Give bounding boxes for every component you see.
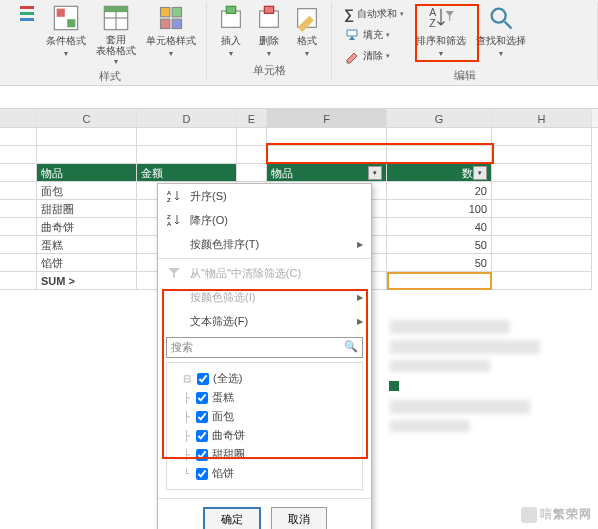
cell-sum[interactable]: SUM > bbox=[37, 272, 137, 290]
sort-desc-item[interactable]: ZA降序(O) bbox=[158, 208, 371, 232]
svg-text:A: A bbox=[167, 190, 171, 196]
col-F[interactable]: F bbox=[267, 109, 387, 127]
blurred-region bbox=[389, 381, 399, 391]
chevron-down-icon: ▼ bbox=[498, 50, 505, 57]
chevron-down-icon: ▾ bbox=[386, 31, 390, 39]
chevron-right-icon: ▶ bbox=[357, 293, 363, 302]
clear-button[interactable]: 清除▾ bbox=[340, 46, 408, 66]
clear-icon bbox=[344, 48, 360, 64]
cell[interactable]: 50 bbox=[387, 236, 492, 254]
cell[interactable]: 50 bbox=[387, 254, 492, 272]
label: 清除 bbox=[363, 49, 383, 63]
chevron-down-icon: ▾ bbox=[400, 10, 404, 18]
delete-icon bbox=[255, 4, 283, 32]
cell[interactable]: 40 bbox=[387, 218, 492, 236]
fill-button[interactable]: 填充▾ bbox=[340, 25, 408, 45]
filter-search-input[interactable]: 搜索🔍 bbox=[166, 337, 363, 358]
watermark: 唁繁荣网 bbox=[521, 506, 592, 523]
col-G[interactable]: G bbox=[387, 109, 492, 127]
chevron-down-icon: ▼ bbox=[113, 58, 120, 65]
label: 填充 bbox=[363, 28, 383, 42]
filter-dropdown-icon[interactable]: ▾ bbox=[473, 166, 487, 180]
col-E[interactable]: E bbox=[237, 109, 267, 127]
svg-rect-3 bbox=[67, 19, 75, 27]
cell-selected[interactable] bbox=[387, 272, 492, 290]
blurred-region bbox=[390, 400, 530, 414]
chevron-right-icon: ▶ bbox=[357, 317, 363, 326]
filter-checklist: ⊟(全选) ├蛋糕 ├面包 ├曲奇饼 ├甜甜圈 └馅饼 bbox=[166, 362, 363, 490]
autosum-button[interactable]: ∑自动求和▾ bbox=[340, 4, 408, 24]
svg-text:A: A bbox=[429, 6, 436, 18]
col-D[interactable]: D bbox=[137, 109, 237, 127]
header-item2[interactable]: 物品▾ bbox=[267, 164, 387, 182]
header-qty[interactable]: 数▾ bbox=[387, 164, 492, 182]
color-filter-item: 按颜色筛选(I)▶ bbox=[158, 285, 371, 309]
svg-rect-13 bbox=[226, 6, 235, 13]
find-select-button[interactable]: 查找和选择 ▼ bbox=[472, 2, 530, 59]
cell[interactable]: 面包 bbox=[37, 182, 137, 200]
sort-filter-button[interactable]: AZ 排序和筛选 ▼ bbox=[412, 2, 470, 59]
check-item[interactable]: ├蛋糕 bbox=[173, 388, 356, 407]
sort-asc-icon: AZ bbox=[166, 188, 182, 204]
col-C[interactable]: C bbox=[37, 109, 137, 127]
cell[interactable]: 馅饼 bbox=[37, 254, 137, 272]
cell[interactable]: 甜甜圈 bbox=[37, 200, 137, 218]
blurred-region bbox=[390, 320, 510, 334]
insert-button[interactable]: 插入 ▼ bbox=[213, 2, 249, 59]
label: 插入 bbox=[221, 34, 241, 48]
chevron-right-icon: ▶ bbox=[357, 240, 363, 249]
ribbon: 条件格式 ▼ 套用表格格式 ▼ 单元格样式 ▼ 样式 插入 ▼ bbox=[0, 0, 598, 86]
label: 查找和选择 bbox=[476, 34, 526, 48]
delete-button[interactable]: 删除 ▼ bbox=[251, 2, 287, 59]
sort-desc-icon: ZA bbox=[166, 212, 182, 228]
header-amount[interactable]: 金额 bbox=[137, 164, 237, 182]
cell[interactable]: 20 bbox=[387, 182, 492, 200]
chevron-down-icon: ▼ bbox=[228, 50, 235, 57]
label: 排序和筛选 bbox=[416, 34, 466, 48]
label: 单元格样式 bbox=[146, 34, 196, 48]
chevron-down-icon: ▼ bbox=[266, 50, 273, 57]
label: 自动求和 bbox=[357, 7, 397, 21]
cell[interactable]: 100 bbox=[387, 200, 492, 218]
check-item[interactable]: ├曲奇饼 bbox=[173, 426, 356, 445]
sort-asc-item[interactable]: AZ升序(S) bbox=[158, 184, 371, 208]
cell[interactable]: 曲奇饼 bbox=[37, 218, 137, 236]
svg-text:Z: Z bbox=[429, 17, 436, 29]
cell[interactable]: 蛋糕 bbox=[37, 236, 137, 254]
svg-rect-11 bbox=[172, 19, 181, 28]
check-item[interactable]: ├甜甜圈 bbox=[173, 445, 356, 464]
svg-point-19 bbox=[492, 9, 506, 23]
sort-color-item[interactable]: 按颜色排序(T)▶ bbox=[158, 232, 371, 256]
filter-dropdown-icon[interactable]: ▾ bbox=[368, 166, 382, 180]
group-label: 编辑 bbox=[454, 66, 476, 85]
check-item[interactable]: ├面包 bbox=[173, 407, 356, 426]
sort-filter-icon: AZ bbox=[427, 4, 455, 32]
cell-style-icon bbox=[157, 4, 185, 32]
filter-menu: AZ升序(S) ZA降序(O) 按颜色排序(T)▶ 从"物品"中清除筛选(C) … bbox=[157, 183, 372, 529]
table-format-button[interactable]: 套用表格格式 ▼ bbox=[92, 2, 140, 67]
text-filter-item[interactable]: 文本筛选(F)▶ bbox=[158, 309, 371, 333]
chevron-down-icon: ▼ bbox=[304, 50, 311, 57]
label: 套用表格格式 bbox=[96, 34, 136, 56]
check-item[interactable]: └馅饼 bbox=[173, 464, 356, 483]
header-item[interactable]: 物品 bbox=[37, 164, 137, 182]
format-button[interactable]: 格式 ▼ bbox=[289, 2, 325, 59]
check-all[interactable]: ⊟(全选) bbox=[173, 369, 356, 388]
conditional-format-button[interactable]: 条件格式 ▼ bbox=[42, 2, 90, 59]
fill-icon bbox=[344, 27, 360, 43]
clear-filter-item: 从"物品"中清除筛选(C) bbox=[158, 261, 371, 285]
svg-text:Z: Z bbox=[167, 197, 171, 203]
ok-button[interactable]: 确定 bbox=[203, 507, 261, 529]
svg-rect-10 bbox=[161, 19, 170, 28]
blurred-region bbox=[390, 340, 540, 354]
svg-rect-15 bbox=[264, 6, 273, 13]
cancel-button[interactable]: 取消 bbox=[271, 507, 327, 529]
cell-style-button[interactable]: 单元格样式 ▼ bbox=[142, 2, 200, 59]
group-label: 单元格 bbox=[253, 61, 286, 80]
chevron-down-icon: ▼ bbox=[168, 50, 175, 57]
col-H[interactable]: H bbox=[492, 109, 592, 127]
label: 格式 bbox=[297, 34, 317, 48]
chevron-down-icon: ▼ bbox=[438, 50, 445, 57]
find-icon bbox=[487, 4, 515, 32]
chevron-down-icon: ▼ bbox=[63, 50, 70, 57]
